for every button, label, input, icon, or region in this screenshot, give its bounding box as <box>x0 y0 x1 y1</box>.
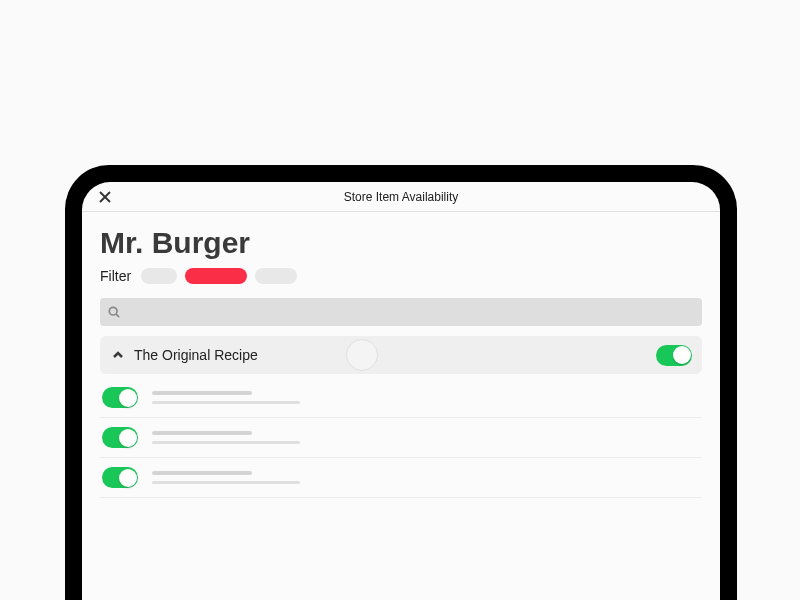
close-icon <box>99 191 111 203</box>
screen: Store Item Availability Mr. Burger Filte… <box>82 182 720 600</box>
device-frame: Store Item Availability Mr. Burger Filte… <box>65 165 737 600</box>
filter-row: Filter <box>100 268 702 284</box>
item-row <box>100 418 702 458</box>
search-icon <box>108 306 120 318</box>
item-text-placeholder <box>152 471 300 484</box>
item-toggle[interactable] <box>102 467 138 488</box>
toggle-knob <box>119 469 137 487</box>
filter-chip-active[interactable] <box>185 268 247 284</box>
toggle-knob <box>119 429 137 447</box>
modal-header: Store Item Availability <box>82 182 720 212</box>
touch-indicator <box>346 339 378 371</box>
item-row <box>100 458 702 498</box>
collapse-button[interactable] <box>110 347 126 363</box>
toggle-knob <box>119 389 137 407</box>
item-row <box>100 378 702 418</box>
content-area: Mr. Burger Filter The Orig <box>82 212 720 498</box>
svg-line-3 <box>116 314 119 317</box>
store-name: Mr. Burger <box>100 226 702 260</box>
category-title: The Original Recipe <box>134 347 258 363</box>
item-toggle[interactable] <box>102 427 138 448</box>
category-toggle[interactable] <box>656 345 692 366</box>
filter-chip[interactable] <box>141 268 177 284</box>
svg-point-2 <box>109 307 117 315</box>
item-toggle[interactable] <box>102 387 138 408</box>
item-text-placeholder <box>152 431 300 444</box>
filter-label: Filter <box>100 268 131 284</box>
search-input[interactable] <box>100 298 702 326</box>
category-row: The Original Recipe <box>100 336 702 374</box>
toggle-knob <box>673 346 691 364</box>
item-list <box>100 374 702 498</box>
chevron-up-icon <box>112 349 124 361</box>
item-text-placeholder <box>152 391 300 404</box>
close-button[interactable] <box>96 188 114 206</box>
filter-chip[interactable] <box>255 268 297 284</box>
modal-title: Store Item Availability <box>344 190 459 204</box>
